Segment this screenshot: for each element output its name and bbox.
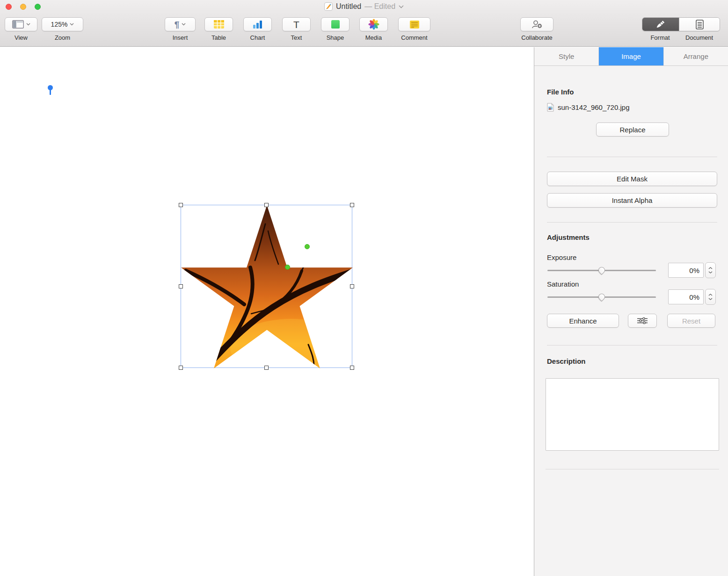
description-textarea[interactable]	[546, 378, 719, 451]
star-points-handle[interactable]	[305, 244, 310, 249]
reset-button[interactable]: Reset	[667, 314, 715, 328]
toolbar-group-format-document: Format Document	[642, 17, 720, 41]
enhance-button[interactable]: Enhance	[547, 314, 619, 328]
shape-label: Shape	[321, 34, 349, 41]
section-divider	[547, 222, 717, 223]
text-label: Text	[282, 34, 311, 41]
pin-stem	[50, 90, 51, 95]
tab-image[interactable]: Image	[599, 47, 663, 65]
toolbar-group-view: View	[5, 17, 37, 41]
media-button[interactable]	[359, 17, 388, 31]
exposure-label: Exposure	[547, 253, 576, 261]
resize-handle-top-left[interactable]	[179, 203, 183, 207]
section-divider	[546, 469, 719, 469]
slider-thumb[interactable]	[597, 292, 606, 302]
edit-mask-button[interactable]: Edit Mask	[547, 172, 717, 186]
text-button[interactable]: T	[282, 17, 311, 31]
sliders-icon	[637, 317, 648, 324]
format-brush-icon	[656, 20, 665, 29]
toolbar-group-zoom: 125% Zoom	[42, 17, 83, 41]
media-pinwheel-icon	[368, 19, 379, 30]
tab-arrange[interactable]: Arrange	[664, 47, 728, 65]
section-divider	[547, 345, 717, 346]
insert-button[interactable]: ¶	[165, 17, 196, 31]
zoom-window-button[interactable]	[35, 4, 41, 10]
inspector-tabbar: Style Image Arrange	[534, 47, 728, 66]
file-info-row: sun-3142_960_720.jpg	[547, 103, 629, 112]
chevron-down-icon	[26, 23, 30, 26]
image-selection-box[interactable]	[181, 205, 352, 368]
exposure-value-field[interactable]: 0%	[668, 263, 704, 278]
document-title: Untitled	[336, 2, 361, 11]
toolbar-group-insert: ¶ Insert	[165, 17, 196, 41]
chart-label: Chart	[243, 34, 272, 41]
exposure-slider[interactable]	[547, 266, 656, 274]
toolbar-group-shape: Shape	[321, 17, 349, 41]
table-button[interactable]	[204, 17, 233, 31]
toolbar-group-media: Media	[359, 17, 388, 41]
tab-style[interactable]: Style	[534, 47, 599, 65]
stepper-down-icon	[708, 298, 713, 300]
image-file-icon	[547, 103, 554, 112]
collaborate-label: Collaborate	[520, 34, 553, 41]
bar-chart-icon	[252, 20, 263, 29]
exposure-stepper[interactable]	[705, 262, 716, 278]
saturation-value-field[interactable]: 0%	[668, 289, 704, 304]
collaborate-button[interactable]	[520, 17, 553, 31]
collaborate-person-add-icon	[531, 20, 543, 29]
shape-square-icon	[331, 20, 340, 29]
stepper-down-icon	[708, 271, 713, 274]
format-inspector-panel: Style Image Arrange File Info sun-3142_9…	[534, 47, 728, 576]
document-canvas[interactable]	[0, 47, 534, 576]
pilcrow-icon: ¶	[175, 20, 180, 29]
insert-label: Insert	[165, 34, 196, 41]
resize-handle-bottom-right[interactable]	[350, 366, 354, 370]
file-info-heading: File Info	[547, 88, 574, 96]
section-divider	[547, 157, 717, 157]
chart-button[interactable]	[243, 17, 272, 31]
document-icon	[696, 20, 704, 29]
saturation-stepper[interactable]	[705, 289, 716, 305]
saturation-slider[interactable]	[547, 293, 656, 301]
star-inner-radius-handle[interactable]	[285, 265, 290, 270]
format-label: Format	[642, 34, 678, 41]
slider-thumb[interactable]	[597, 266, 606, 275]
instant-alpha-button[interactable]: Instant Alpha	[547, 193, 717, 208]
zoom-button[interactable]: 125%	[42, 17, 83, 31]
title-chevron-down-icon[interactable]	[399, 5, 404, 8]
resize-handle-top-right[interactable]	[350, 203, 354, 207]
minimize-window-button[interactable]	[20, 4, 26, 10]
view-panels-icon	[12, 20, 24, 29]
view-label: View	[5, 34, 37, 41]
toolbar-group-collaborate: Collaborate	[520, 17, 553, 41]
adjustments-heading: Adjustments	[547, 233, 590, 241]
toolbar-group-chart: Chart	[243, 17, 272, 41]
file-name: sun-3142_960_720.jpg	[558, 103, 629, 111]
shape-button[interactable]	[321, 17, 349, 31]
view-button[interactable]	[5, 17, 37, 31]
adjust-settings-button[interactable]	[628, 314, 657, 328]
table-label: Table	[204, 34, 233, 41]
pages-app-icon	[324, 2, 333, 11]
comment-button[interactable]	[398, 17, 430, 31]
resize-handle-middle-right[interactable]	[350, 284, 354, 288]
window-header: Untitled — Edited View 125% Zoom	[0, 0, 728, 47]
window-title-group: Untitled — Edited	[324, 2, 404, 11]
replace-button[interactable]: Replace	[596, 122, 669, 137]
traffic-lights	[6, 4, 41, 10]
resize-handle-top-center[interactable]	[264, 203, 269, 207]
media-label: Media	[359, 34, 388, 41]
star-masked-image[interactable]	[181, 205, 353, 368]
table-icon	[213, 20, 225, 29]
stepper-up-icon	[708, 267, 713, 269]
resize-handle-bottom-left[interactable]	[179, 366, 183, 370]
resize-handle-middle-left[interactable]	[179, 284, 183, 288]
close-window-button[interactable]	[6, 4, 12, 10]
chevron-down-icon	[182, 23, 186, 26]
saturation-label: Saturation	[547, 280, 579, 288]
document-button[interactable]	[679, 18, 720, 31]
format-button[interactable]	[642, 18, 679, 31]
resize-handle-bottom-center[interactable]	[264, 366, 269, 370]
format-document-segmented-control	[642, 17, 720, 31]
text-insertion-pin[interactable]	[47, 85, 53, 95]
